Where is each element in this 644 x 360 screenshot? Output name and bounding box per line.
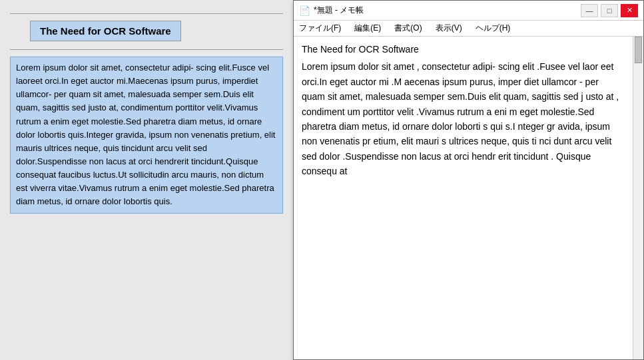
menu-format[interactable]: 書式(O)	[392, 22, 424, 35]
content-body: Lorem ipsum dolor sit amet , consectetur…	[302, 59, 622, 178]
right-panel: 📄 *無題 - メモ帳 — □ ✕ ファイル(F) 編集(E) 書式(O) 表示…	[293, 0, 644, 360]
scrollbar[interactable]	[633, 37, 643, 359]
menu-edit[interactable]: 編集(E)	[352, 22, 384, 35]
left-panel: The Need for OCR Software Lorem ipsum do…	[0, 0, 293, 360]
window-title: *無題 - メモ帳	[314, 5, 364, 16]
content-title: The Need for OCR Software	[302, 42, 622, 57]
document-body: Lorem ipsum dolor sit amet, consectetur …	[10, 57, 283, 214]
menu-file[interactable]: ファイル(F)	[296, 22, 344, 35]
title-bar: 📄 *無題 - メモ帳 — □ ✕	[294, 1, 643, 21]
close-button[interactable]: ✕	[621, 4, 638, 17]
notepad-text-area: The Need for OCR Software Lorem ipsum do…	[302, 42, 622, 179]
maximize-button[interactable]: □	[601, 4, 618, 17]
menu-view[interactable]: 表示(V)	[433, 22, 465, 35]
minimize-button[interactable]: —	[581, 4, 598, 17]
scrollbar-thumb[interactable]	[635, 37, 642, 63]
menu-bar: ファイル(F) 編集(E) 書式(O) 表示(V) ヘルプ(H)	[294, 21, 643, 37]
window-controls: — □ ✕	[581, 4, 638, 17]
notepad-window: 📄 *無題 - メモ帳 — □ ✕ ファイル(F) 編集(E) 書式(O) 表示…	[293, 0, 644, 360]
notepad-content[interactable]: The Need for OCR Software Lorem ipsum do…	[294, 37, 643, 359]
document-title: The Need for OCR Software	[30, 21, 181, 41]
notepad-icon: 📄	[299, 5, 310, 16]
menu-help[interactable]: ヘルプ(H)	[473, 22, 513, 35]
